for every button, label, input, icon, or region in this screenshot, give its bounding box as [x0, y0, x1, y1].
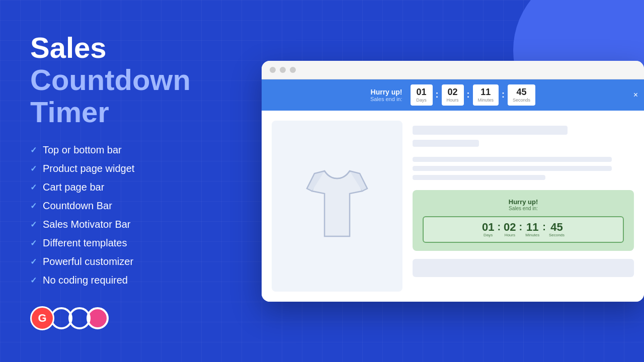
widget-hours-label: Hours — [504, 233, 516, 237]
hours-box: 02 Hours — [442, 84, 464, 106]
feature-label: Different templates — [43, 237, 127, 249]
widget-minutes-label: Minutes — [525, 233, 539, 237]
hours-number: 02 — [447, 87, 459, 97]
list-item: ✓ Product page widget — [30, 163, 242, 174]
logo-container: G — [30, 306, 242, 330]
hours-label: Hours — [447, 98, 459, 103]
browser-dot-1 — [270, 67, 276, 73]
title-white: Sales — [30, 31, 107, 64]
product-name-placeholder — [413, 126, 568, 135]
right-panel: Hurry up! Sales end in: 01 Days : 02 Hou… — [262, 61, 644, 302]
countdown-bar: Hurry up! Sales end in: 01 Days : 02 Hou… — [262, 79, 644, 111]
main-title: Sales CountdownTimer — [30, 32, 242, 128]
browser-dot-2 — [280, 67, 286, 73]
check-icon: ✓ — [30, 201, 37, 211]
widget-colon-3: : — [542, 221, 546, 233]
widget-minutes-group: 11 Minutes — [525, 222, 539, 237]
widget-sales-end-text: Sales end in: — [423, 206, 624, 211]
left-panel: Sales CountdownTimer ✓ Top or bottom bar… — [30, 32, 242, 330]
list-item: ✓ Powerful customizer — [30, 256, 242, 267]
browser-dot-3 — [290, 67, 296, 73]
feature-label: Product page widget — [43, 163, 134, 174]
add-to-cart-placeholder — [413, 259, 634, 277]
list-item: ✓ Countdown Bar — [30, 200, 242, 212]
widget-seconds-label: Seconds — [549, 233, 565, 237]
countdown-boxes: 01 Days : 02 Hours : 11 Minutes : — [411, 84, 536, 106]
feature-label: Cart page bar — [43, 182, 104, 193]
list-item: ✓ Cart page bar — [30, 182, 242, 193]
check-icon: ✓ — [30, 238, 37, 248]
colon-3: : — [502, 89, 505, 100]
close-button[interactable]: × — [633, 90, 638, 100]
seconds-label: Seconds — [513, 98, 530, 103]
sales-end-text: Sales end in: — [370, 96, 403, 102]
minutes-number: 11 — [478, 87, 494, 97]
feature-label: No coding required — [43, 275, 128, 286]
title-blue: CountdownTimer — [30, 63, 191, 128]
widget-minutes-num: 11 — [525, 222, 539, 233]
check-icon: ✓ — [30, 257, 37, 266]
check-icon: ✓ — [30, 164, 37, 173]
list-item: ✓ Top or bottom bar — [30, 144, 242, 156]
widget-hurry-text: Hurry up! — [423, 198, 624, 206]
days-label: Days — [416, 98, 428, 103]
list-item: ✓ Sales Motivator Bar — [30, 219, 242, 230]
product-desc-bar-3 — [413, 175, 545, 180]
seconds-box: 45 Seconds — [508, 84, 535, 106]
widget-colon-2: : — [519, 221, 523, 233]
product-details: Hurry up! Sales end in: 01 Days : 02 Hou… — [413, 121, 634, 292]
product-desc-bar-2 — [413, 166, 612, 171]
browser-mockup: Hurry up! Sales end in: 01 Days : 02 Hou… — [262, 61, 644, 302]
product-page-widget: Hurry up! Sales end in: 01 Days : 02 Hou… — [413, 190, 634, 251]
check-icon: ✓ — [30, 145, 37, 155]
widget-seconds-num: 45 — [549, 222, 565, 233]
logo: G — [30, 306, 109, 330]
widget-seconds-group: 45 Seconds — [549, 222, 565, 237]
widget-hours-group: 02 Hours — [504, 222, 516, 237]
widget-days-group: 01 Days — [482, 222, 494, 237]
widget-hours-num: 02 — [504, 222, 516, 233]
minutes-box: 11 Minutes — [473, 84, 499, 106]
feature-label: Sales Motivator Bar — [43, 219, 131, 230]
product-shirt-image — [302, 166, 372, 246]
feature-label: Countdown Bar — [43, 200, 112, 212]
list-item: ✓ No coding required — [30, 275, 242, 286]
list-item: ✓ Different templates — [30, 237, 242, 249]
check-icon: ✓ — [30, 276, 37, 285]
widget-days-label: Days — [482, 233, 494, 237]
colon-2: : — [467, 89, 470, 100]
browser-titlebar — [262, 61, 644, 79]
check-icon: ✓ — [30, 220, 37, 229]
minutes-label: Minutes — [478, 98, 494, 103]
widget-days-num: 01 — [482, 222, 494, 233]
widget-colon-1: : — [497, 221, 501, 233]
seconds-number: 45 — [513, 87, 530, 97]
widget-countdown: 01 Days : 02 Hours : 11 Minutes — [423, 216, 624, 243]
product-desc-bar-1 — [413, 157, 612, 162]
feature-list: ✓ Top or bottom bar ✓ Product page widge… — [30, 144, 242, 286]
days-box: 01 Days — [411, 84, 433, 106]
feature-label: Powerful customizer — [43, 256, 133, 267]
colon-1: : — [436, 89, 439, 100]
browser-content: Hurry up! Sales end in: 01 Days : 02 Hou… — [262, 111, 644, 302]
logo-g: G — [30, 306, 54, 330]
product-price-placeholder — [413, 140, 479, 147]
days-number: 01 — [416, 87, 428, 97]
check-icon: ✓ — [30, 183, 37, 192]
feature-label: Top or bottom bar — [43, 144, 122, 156]
hurry-text: Hurry up! — [370, 88, 403, 96]
countdown-bar-text: Hurry up! Sales end in: — [370, 88, 403, 102]
product-image-area — [272, 121, 403, 292]
